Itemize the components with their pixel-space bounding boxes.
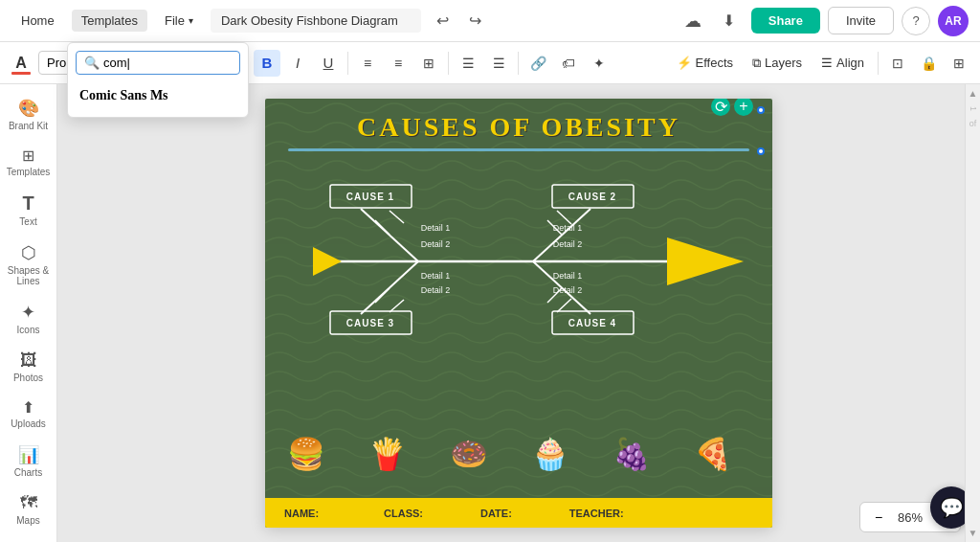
- sidebar-item-photos[interactable]: 🖼 Photos: [4, 345, 54, 389]
- chat-icon: 💬: [940, 496, 964, 519]
- document-title-input[interactable]: [211, 9, 421, 33]
- class-field: CLASS:: [384, 506, 423, 520]
- search-icon: 🔍: [84, 56, 100, 70]
- duplicate-button[interactable]: ⊞: [946, 50, 972, 77]
- svg-text:Detail 2: Detail 2: [421, 239, 451, 249]
- lock-button[interactable]: 🔒: [915, 50, 942, 77]
- magic-button[interactable]: ✦: [586, 50, 612, 77]
- avatar[interactable]: AR: [938, 6, 969, 36]
- main-area: 🎨 Brand Kit ⊞ Templates T Text ⬡ Shapes …: [0, 84, 980, 542]
- sidebar-item-shapes[interactable]: ⬡ Shapes & Lines: [4, 237, 54, 292]
- selection-handle-tr: [757, 106, 765, 114]
- canvas: CAUSES OF OBESITY ⟳ +: [265, 99, 772, 528]
- name-field: NAME:: [284, 506, 326, 520]
- text-color-button[interactable]: A: [8, 50, 34, 77]
- sidebar-item-uploads[interactable]: ⬆ Uploads: [4, 393, 54, 435]
- canvas-bottom-bar: NAME: CLASS: DATE: TEACHER:: [265, 498, 772, 528]
- fishbone-diagram: CAUSE 1 CAUSE 2 CAUSE 3 CAUSE 4 Detail 1…: [265, 151, 772, 372]
- layers-icon: ⧉: [752, 56, 761, 71]
- sidebar-item-templates[interactable]: ⊞ Templates: [4, 141, 54, 183]
- font-dropdown-overlay: 🔍 Comic Sans Ms: [67, 42, 249, 118]
- invite-button[interactable]: Invite: [828, 7, 894, 34]
- link-button[interactable]: 🔗: [524, 50, 551, 77]
- edit-icon-2[interactable]: +: [734, 99, 753, 116]
- svg-text:Detail 1: Detail 1: [553, 223, 583, 233]
- svg-line-4: [533, 209, 590, 261]
- font-search-input[interactable]: [103, 56, 232, 70]
- svg-line-5: [361, 261, 418, 314]
- bold-button[interactable]: B: [254, 50, 280, 77]
- svg-text:Detail 2: Detail 2: [421, 285, 451, 295]
- sidebar-item-text[interactable]: T Text: [4, 187, 54, 233]
- sidebar-item-brand-kit[interactable]: 🎨 Brand Kit: [4, 92, 54, 137]
- food-icon-cupcake: 🧁: [531, 436, 569, 472]
- scroll-down-icon[interactable]: ▼: [969, 528, 978, 538]
- text-color-icon: A: [15, 55, 27, 72]
- sidebar-item-icons[interactable]: ✦ Icons: [4, 296, 54, 341]
- sidebar-item-qrcode[interactable]: ▦ QR Code: [4, 535, 54, 542]
- tag-button[interactable]: 🏷: [555, 50, 582, 77]
- sidebar-item-maps[interactable]: 🗺 Maps: [4, 487, 54, 531]
- font-search-wrapper: 🔍: [76, 51, 240, 75]
- cloud-button[interactable]: ☁: [679, 7, 707, 35]
- nav-file[interactable]: File ▾: [155, 10, 203, 32]
- svg-marker-31: [313, 247, 342, 276]
- charts-icon: 📊: [18, 444, 39, 465]
- nav-templates[interactable]: Templates: [72, 10, 147, 32]
- shapes-icon: ⬡: [21, 242, 36, 263]
- food-icons-row: 🍔 🍟 🍩 🧁 🍇 🍕: [265, 436, 753, 472]
- svg-text:CAUSE 1: CAUSE 1: [346, 192, 394, 202]
- download-button[interactable]: ⬇: [715, 7, 744, 35]
- maps-icon: 🗺: [20, 493, 37, 513]
- svg-line-7: [375, 220, 390, 235]
- svg-line-12: [390, 300, 404, 312]
- redo-button[interactable]: ↪: [461, 7, 490, 35]
- help-button[interactable]: ?: [902, 7, 930, 35]
- svg-line-3: [361, 209, 418, 261]
- top-nav: Home Templates File ▾ ↩ ↪ ☁ ⬇ Share Invi…: [0, 0, 980, 42]
- nav-home[interactable]: Home: [11, 10, 64, 32]
- left-sidebar: 🎨 Brand Kit ⊞ Templates T Text ⬡ Shapes …: [0, 84, 57, 542]
- divider-2: [347, 52, 348, 75]
- align-text-button[interactable]: ☰: [455, 50, 481, 77]
- svg-text:Detail 2: Detail 2: [553, 239, 583, 249]
- food-icon-macaron: 🍩: [450, 436, 488, 472]
- svg-text:Detail 1: Detail 1: [421, 271, 451, 281]
- icons-icon: ✦: [21, 302, 35, 323]
- divider-5: [878, 52, 879, 75]
- divider-4: [518, 52, 519, 75]
- food-icon-pizza: 🍕: [694, 436, 732, 472]
- share-button[interactable]: Share: [751, 8, 820, 34]
- svg-text:Detail 2: Detail 2: [553, 285, 583, 295]
- svg-text:CAUSE 2: CAUSE 2: [568, 192, 616, 202]
- crop-button[interactable]: ⊡: [884, 50, 911, 77]
- canvas-title: CAUSES OF OBESITY: [265, 99, 772, 143]
- templates-icon: ⊞: [22, 147, 34, 165]
- align-icon: ☰: [821, 56, 833, 70]
- undo-button[interactable]: ↩: [429, 7, 457, 35]
- svg-marker-2: [667, 237, 744, 285]
- divider-3: [448, 52, 449, 75]
- effects-icon: ⚡: [677, 56, 692, 70]
- food-icon-burger: 🍔: [287, 436, 325, 472]
- sidebar-item-charts[interactable]: 📊 Charts: [4, 439, 54, 484]
- effects-button[interactable]: ⚡ Effects: [669, 52, 742, 74]
- underline-button[interactable]: U: [315, 50, 342, 77]
- font-item-comic-sans[interactable]: Comic Sans Ms: [76, 82, 240, 109]
- italic-button[interactable]: I: [284, 50, 311, 77]
- align-list-button[interactable]: ≡: [385, 50, 412, 77]
- layers-button[interactable]: ⧉ Layers: [745, 52, 810, 75]
- date-field: DATE:: [480, 506, 512, 520]
- text-format-button[interactable]: ⊞: [415, 50, 442, 77]
- svg-line-14: [557, 299, 571, 312]
- align-button[interactable]: ☰ Align: [813, 52, 872, 74]
- food-icon-smoothie: 🍇: [612, 436, 651, 472]
- title-edit-icons: ⟳ +: [711, 99, 753, 116]
- photos-icon: 🖼: [20, 350, 37, 371]
- teacher-field: TEACHER:: [569, 506, 624, 520]
- align-left-button[interactable]: ≡: [354, 50, 381, 77]
- zoom-out-button[interactable]: −: [868, 507, 889, 528]
- list-button[interactable]: ☰: [485, 50, 512, 77]
- scroll-up-icon[interactable]: ▲: [969, 88, 978, 99]
- edit-icon-1[interactable]: ⟳: [711, 99, 730, 116]
